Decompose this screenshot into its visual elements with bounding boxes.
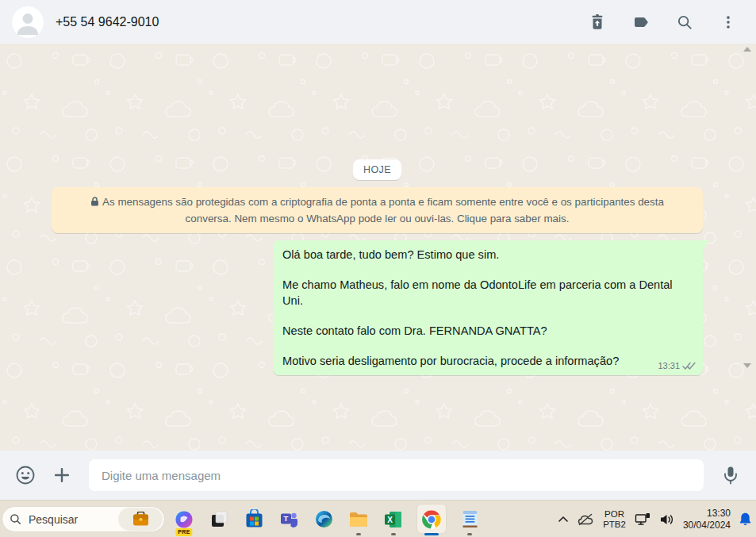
- mic-icon: [722, 466, 739, 485]
- copilot-icon: [175, 510, 194, 529]
- bubble-tail: [703, 240, 709, 251]
- teams-icon: T: [279, 509, 299, 529]
- chevron-up-icon: [558, 516, 569, 523]
- search-icon: [676, 13, 693, 31]
- mic-button[interactable]: [715, 459, 746, 491]
- menu-button[interactable]: [715, 9, 742, 36]
- default-avatar-icon: [12, 6, 44, 38]
- taskbar-app-teams[interactable]: T: [278, 501, 300, 537]
- taskbar-app-file-explorer[interactable]: [347, 501, 370, 537]
- header-actions: [584, 9, 742, 36]
- microsoft-store-icon: [244, 509, 264, 529]
- onedrive-offline-icon: [578, 513, 594, 526]
- message-paragraph: Olá boa tarde, tudo bem? Estimo que sim.: [282, 247, 693, 263]
- briefcase-icon: [132, 512, 149, 527]
- taskbar-app-copilot[interactable]: PRE: [173, 501, 195, 537]
- running-indicator: [356, 533, 361, 535]
- volume-icon: [659, 513, 674, 526]
- attach-button[interactable]: [46, 459, 78, 491]
- date-badge: HOJE: [353, 159, 401, 180]
- keyboard-layout: PTB2: [603, 520, 626, 530]
- label-button[interactable]: [627, 9, 654, 36]
- whatsapp-window: +55 54 9642-9010: [0, 0, 756, 537]
- taskbar-search[interactable]: Pesquisar: [2, 506, 165, 532]
- kebab-menu-icon: [720, 13, 737, 31]
- search-highlight: [118, 508, 163, 531]
- notification-bell-icon: [739, 512, 751, 526]
- message-row: Olá boa tarde, tudo bem? Estimo que sim.…: [52, 240, 703, 375]
- copilot-pre-badge: PRE: [175, 528, 192, 536]
- excel-icon: X: [384, 510, 403, 529]
- active-indicator: [424, 533, 439, 535]
- edge-icon: [314, 509, 334, 529]
- system-tray: POR PTB2 13:30 30/04/: [558, 501, 751, 537]
- onedrive-status-button[interactable]: [578, 513, 594, 526]
- tray-date: 30/04/2024: [683, 520, 731, 531]
- taskbar-app-virtual-desktops[interactable]: [208, 501, 230, 537]
- taskbar-app-microsoft-store[interactable]: [243, 501, 265, 537]
- search-icon: [10, 513, 21, 525]
- running-indicator: [391, 533, 396, 535]
- composer-bar: [0, 451, 756, 500]
- emoji-button[interactable]: [10, 459, 41, 491]
- tray-chevron-button[interactable]: [558, 516, 569, 523]
- language-code: POR: [603, 509, 626, 520]
- windows-taskbar: Pesquisar: [0, 500, 756, 537]
- message-list: HOJE As mensagens são protegidas com a c…: [0, 44, 756, 451]
- network-button[interactable]: [635, 512, 650, 526]
- search-in-chat-button[interactable]: [671, 9, 698, 36]
- double-check-icon: [682, 362, 696, 370]
- overlapping-squares-icon: [209, 509, 229, 529]
- trash-archive-icon: [589, 13, 606, 31]
- encryption-notice-text: As mensagens são protegidas com a cripto…: [102, 196, 664, 224]
- chat-header: +55 54 9642-9010: [0, 0, 756, 44]
- message-paragraph: Neste contato falo com Dra. FERNANDA GNA…: [282, 323, 693, 339]
- network-icon: [635, 512, 650, 526]
- message-paragraph: Me chamo Matheus, falo em nome da Odonto…: [282, 277, 693, 309]
- taskbar-apps: PRE: [173, 501, 481, 537]
- message-time: 13:31: [658, 361, 680, 370]
- taskbar-app-edge[interactable]: [313, 501, 335, 537]
- chrome-icon: [421, 509, 442, 530]
- search-label: Pesquisar: [29, 513, 78, 526]
- taskbar-app-chrome[interactable]: [417, 501, 446, 537]
- taskbar-app-excel[interactable]: X: [382, 501, 405, 537]
- file-explorer-icon: [348, 509, 369, 530]
- label-icon: [631, 13, 650, 32]
- trash-archive-button[interactable]: [584, 9, 611, 36]
- volume-button[interactable]: [659, 513, 674, 526]
- taskbar-app-notepad[interactable]: [459, 501, 481, 537]
- tray-time: 13:30: [683, 508, 731, 520]
- notification-bell-button[interactable]: [739, 512, 751, 526]
- svg-text:T: T: [283, 514, 288, 523]
- message-input[interactable]: [89, 459, 704, 491]
- message-meta: 13:31: [658, 361, 696, 370]
- encryption-notice[interactable]: As mensagens são protegidas com a cripto…: [52, 187, 703, 233]
- language-indicator[interactable]: POR PTB2: [603, 509, 626, 530]
- chat-content: HOJE As mensagens são protegidas com a c…: [0, 44, 756, 375]
- emoji-icon: [15, 465, 36, 485]
- notepad-icon: [461, 509, 479, 529]
- message-paragraph: Motivo seria desligamento por burocracia…: [282, 353, 693, 369]
- outgoing-message-bubble[interactable]: Olá boa tarde, tudo bem? Estimo que sim.…: [273, 240, 703, 375]
- contact-avatar[interactable]: [12, 6, 44, 38]
- taskbar-clock[interactable]: 13:30 30/04/2024: [683, 508, 731, 531]
- plus-attach-icon: [52, 466, 71, 485]
- contact-name[interactable]: +55 54 9642-9010: [56, 15, 159, 29]
- svg-text:X: X: [387, 515, 393, 524]
- lock-icon: [90, 197, 99, 206]
- running-indicator: [467, 533, 472, 535]
